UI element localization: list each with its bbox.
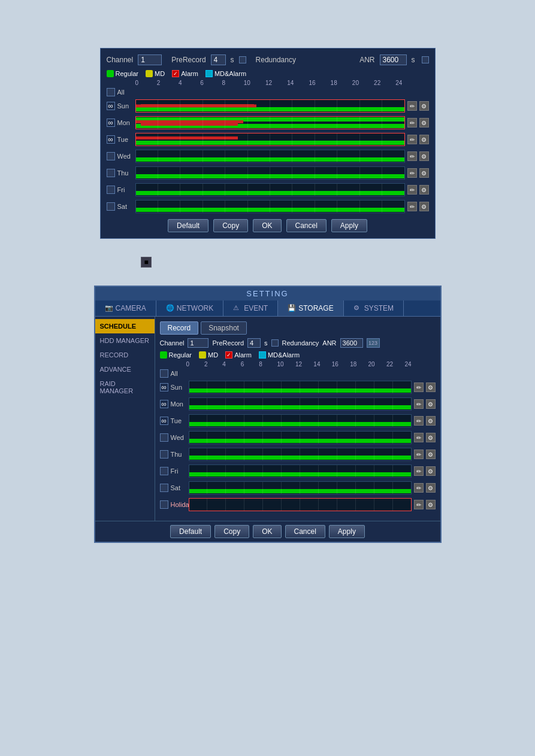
sub-tab-record[interactable]: Record — [160, 321, 199, 335]
legend-md: MD — [146, 70, 165, 77]
inner-tue-checkbox[interactable]: ∞ — [160, 417, 168, 425]
channel-input[interactable] — [138, 54, 162, 65]
tab-storage[interactable]: 💾 STORAGE — [278, 300, 343, 316]
inner-all-checkbox[interactable] — [160, 369, 168, 378]
thu-pencil-icon[interactable]: ✏ — [407, 168, 417, 178]
inner-tue-bars[interactable] — [189, 414, 412, 427]
inner-cancel-button[interactable]: Cancel — [285, 525, 325, 538]
sun-link-checkbox[interactable]: ∞ — [107, 102, 115, 110]
inner-sat-pencil-icon[interactable]: ✏ — [414, 483, 424, 493]
inner-fri-checkbox[interactable] — [160, 467, 168, 475]
inner-wed-gear-icon[interactable]: ⚙ — [426, 433, 436, 442]
thu-gear-icon[interactable]: ⚙ — [419, 168, 429, 178]
inner-holiday-bars[interactable] — [189, 498, 412, 511]
inner-thu-checkbox[interactable] — [160, 450, 168, 459]
sidebar-item-schedule[interactable]: SCHEDULE — [95, 319, 155, 333]
tue-gear-icon[interactable]: ⚙ — [419, 135, 429, 144]
cancel-button[interactable]: Cancel — [286, 219, 327, 232]
tab-system[interactable]: ⚙ SYSTEM — [344, 300, 404, 316]
inner-sun-bars[interactable] — [189, 381, 412, 394]
thu-bars[interactable] — [135, 166, 405, 180]
inner-wed-checkbox[interactable] — [160, 433, 168, 442]
inner-sun-checkbox[interactable]: ∞ — [160, 383, 168, 391]
inner-tue-pencil-icon[interactable]: ✏ — [414, 416, 424, 426]
sidebar-item-advance[interactable]: ADVANCE — [95, 362, 155, 377]
anr-checkbox[interactable] — [422, 56, 429, 63]
inner-holiday-checkbox[interactable] — [160, 500, 168, 509]
inner-thu-pencil-icon[interactable]: ✏ — [414, 450, 424, 459]
inner-mon-gear-icon[interactable]: ⚙ — [426, 399, 436, 409]
inner-prerecord-input[interactable] — [247, 338, 261, 348]
inner-apply-button[interactable]: Apply — [329, 525, 365, 538]
sat-gear-icon[interactable]: ⚙ — [419, 202, 429, 211]
ok-button[interactable]: OK — [253, 219, 281, 232]
sat-checkbox[interactable] — [107, 202, 115, 211]
copy-button[interactable]: Copy — [213, 219, 248, 232]
inner-sun-gear-icon[interactable]: ⚙ — [426, 382, 436, 392]
inner-fri-bars[interactable] — [189, 464, 412, 478]
mon-pencil-icon[interactable]: ✏ — [407, 118, 417, 127]
time-0: 0 — [135, 80, 157, 86]
inner-fri-gear-icon[interactable]: ⚙ — [426, 466, 436, 476]
inner-anr-input[interactable] — [340, 338, 363, 348]
sun-bars[interactable] — [135, 99, 405, 113]
time-22: 22 — [374, 80, 395, 86]
inner-anr-extra[interactable]: 123 — [367, 338, 380, 348]
inner-sat-checkbox[interactable] — [160, 484, 168, 492]
sidebar-item-raidmanager[interactable]: RAID MANAGER — [95, 377, 155, 398]
inner-wed-pencil-icon[interactable]: ✏ — [414, 433, 424, 442]
tue-link-checkbox[interactable]: ∞ — [107, 135, 115, 144]
inner-default-button[interactable]: Default — [170, 525, 211, 538]
thu-checkbox[interactable] — [107, 169, 115, 177]
redundancy-checkbox[interactable] — [239, 56, 246, 63]
inner-mon-checkbox[interactable]: ∞ — [160, 400, 168, 408]
inner-copy-button[interactable]: Copy — [214, 525, 249, 538]
mon-bars[interactable] — [135, 116, 405, 129]
apply-button[interactable]: Apply — [331, 219, 367, 232]
sun-pencil-icon[interactable]: ✏ — [407, 101, 417, 111]
inner-mon-bars[interactable] — [189, 397, 412, 411]
inner-redundancy-checkbox[interactable] — [271, 339, 279, 347]
anr-input[interactable] — [380, 54, 407, 65]
fri-gear-icon[interactable]: ⚙ — [419, 185, 429, 195]
default-button[interactable]: Default — [168, 219, 208, 232]
inner-tue-gear-icon[interactable]: ⚙ — [426, 416, 436, 426]
inner-sun-pencil-icon[interactable]: ✏ — [414, 382, 424, 392]
inner-thu-gear-icon[interactable]: ⚙ — [426, 450, 436, 459]
tue-pencil-icon[interactable]: ✏ — [407, 135, 417, 144]
tab-camera[interactable]: 📷 CAMERA — [95, 300, 156, 316]
inner-mon-row: ∞ Mon ✏ ⚙ — [160, 396, 436, 412]
mon-link-checkbox[interactable]: ∞ — [107, 119, 115, 127]
wed-gear-icon[interactable]: ⚙ — [419, 151, 429, 161]
sat-pencil-icon[interactable]: ✏ — [407, 202, 417, 211]
wed-checkbox[interactable] — [107, 152, 115, 160]
tue-bars[interactable] — [135, 133, 405, 146]
regular-dot — [107, 70, 114, 77]
inner-fri-pencil-icon[interactable]: ✏ — [414, 466, 424, 476]
sidebar-item-hddmanager[interactable]: HDD MANAGER — [95, 333, 155, 348]
fri-checkbox[interactable] — [107, 186, 115, 194]
mon-gear-icon[interactable]: ⚙ — [419, 118, 429, 127]
inner-wed-bars[interactable] — [189, 431, 412, 444]
prerecord-input[interactable] — [211, 54, 226, 65]
inner-holiday-pencil-icon[interactable]: ✏ — [414, 500, 424, 509]
sub-tab-snapshot[interactable]: Snapshot — [201, 321, 247, 335]
sat-bars[interactable] — [135, 200, 405, 213]
inner-thu-bars[interactable] — [189, 448, 412, 461]
inner-holiday-gear-icon[interactable]: ⚙ — [426, 500, 436, 509]
inner-ok-button[interactable]: OK — [253, 525, 281, 538]
tab-event[interactable]: ⚠ EVENT — [223, 300, 278, 316]
top-dialog-buttons: Default Copy OK Cancel Apply — [107, 219, 429, 232]
wed-bars[interactable] — [135, 150, 405, 163]
fri-bars[interactable] — [135, 183, 405, 196]
fri-pencil-icon[interactable]: ✏ — [407, 185, 417, 195]
sun-gear-icon[interactable]: ⚙ — [419, 101, 429, 111]
tab-network[interactable]: 🌐 NETWORK — [156, 300, 223, 316]
inner-channel-input[interactable] — [188, 338, 208, 348]
inner-sat-gear-icon[interactable]: ⚙ — [426, 483, 436, 493]
inner-mon-pencil-icon[interactable]: ✏ — [414, 399, 424, 409]
inner-sat-bars[interactable] — [189, 481, 412, 494]
wed-pencil-icon[interactable]: ✏ — [407, 151, 417, 161]
all-checkbox[interactable] — [107, 88, 115, 96]
sidebar-item-record[interactable]: RECORD — [95, 348, 155, 362]
